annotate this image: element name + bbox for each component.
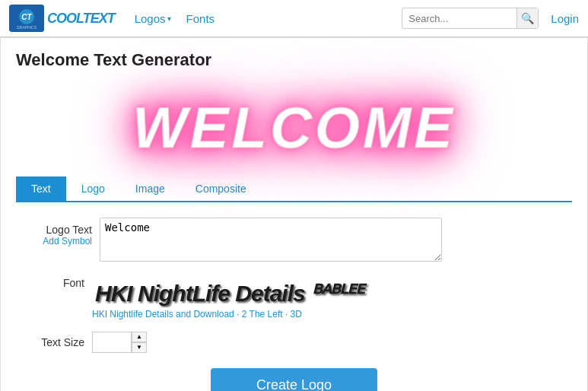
font-links: HKI Nightlife Details and Download · 2 T… (92, 309, 412, 319)
text-size-spinner: 75 ▲ ▼ (92, 332, 147, 353)
logo-area: CT GRAPHICS COOLTEXT (9, 5, 115, 32)
font-display: HKI NightLife Details ᴮᴬᴮᴸᴱᴱ HKI Nightli… (92, 274, 412, 319)
svg-text:GRAPHICS: GRAPHICS (17, 25, 37, 30)
nav-logos-label[interactable]: Logos (135, 12, 166, 25)
tab-logo[interactable]: Logo (66, 176, 120, 201)
spinner-up-button[interactable]: ▲ (132, 332, 147, 342)
text-size-input[interactable]: 75 (92, 332, 132, 353)
login-link[interactable]: Login (551, 12, 579, 25)
nav-fonts[interactable]: Fonts (186, 12, 215, 25)
nav-logos[interactable]: Logos ▾ (135, 12, 171, 25)
text-size-row: Text Size 75 ▲ ▼ (16, 332, 572, 353)
nav-links: Logos ▾ Fonts (135, 12, 215, 25)
text-size-label: Text Size (16, 336, 92, 348)
tab-image[interactable]: Image (120, 176, 180, 201)
form-section: Logo Text Add Symbol Welcome Font (16, 215, 572, 391)
create-btn-row: Create Logo (16, 368, 572, 391)
main-content: Welcome Text Generator WELCOME Text Logo… (0, 37, 588, 391)
search-area: 🔍 (402, 8, 539, 29)
font-preview[interactable]: HKI NightLife Details ᴮᴬᴮᴸᴱᴱ (92, 274, 412, 307)
font-preview-svg: HKI NightLife Details ᴮᴬᴮᴸᴱᴱ (92, 274, 412, 307)
font-row: Font HKI NightLife Details ᴮᴬᴮᴸᴱᴱ H (16, 274, 572, 319)
logo-text-input[interactable]: Welcome (100, 218, 442, 262)
svg-text:HKI NightLife Details  ᴮᴬᴮᴸᴱᴱ: HKI NightLife Details ᴮᴬᴮᴸᴱᴱ (95, 281, 367, 306)
search-button[interactable]: 🔍 (516, 8, 538, 28)
welcome-preview-text: WELCOME (132, 94, 456, 161)
page-title: Welcome Text Generator (16, 50, 572, 70)
logo-text-row: Logo Text Add Symbol Welcome (16, 218, 572, 262)
svg-text:CT: CT (21, 13, 32, 21)
spinner-down-button[interactable]: ▼ (132, 342, 147, 353)
font-label: Font (16, 274, 92, 289)
tab-text[interactable]: Text (16, 176, 66, 201)
tabs: Text Logo Image Composite (16, 176, 572, 202)
search-input[interactable] (402, 13, 516, 24)
preview-area: WELCOME (16, 78, 572, 176)
create-logo-button[interactable]: Create Logo (211, 368, 377, 391)
logos-dropdown-arrow: ▾ (167, 14, 171, 23)
add-symbol-link[interactable]: Add Symbol (43, 236, 92, 246)
logo-text-label: Logo Text (46, 221, 92, 236)
cooltext-logo-icon: CT GRAPHICS (9, 5, 44, 32)
spinner-buttons: ▲ ▼ (132, 332, 147, 353)
brand-name: COOLTEXT (47, 11, 115, 27)
tab-composite[interactable]: Composite (180, 176, 262, 201)
header: CT GRAPHICS COOLTEXT Logos ▾ Fonts 🔍 Log… (0, 0, 588, 37)
